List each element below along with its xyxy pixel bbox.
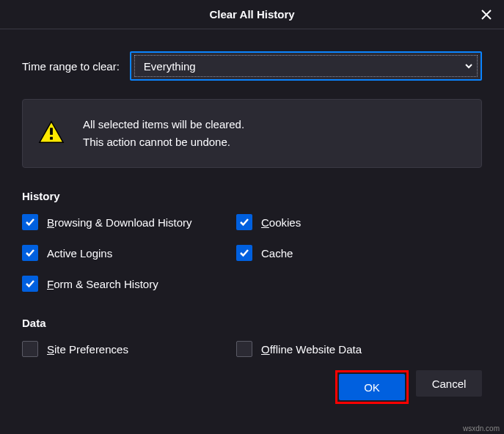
- ok-highlight: OK: [335, 370, 409, 404]
- label-form-search: Form & Search History: [47, 278, 158, 290]
- check-offline-data[interactable]: Offline Website Data: [236, 341, 482, 357]
- svg-rect-0: [50, 128, 53, 135]
- label-browsing: Browsing & Download History: [47, 216, 192, 229]
- close-icon: [481, 10, 492, 20]
- label-site-prefs: Site Preferences: [47, 343, 128, 356]
- chevron-down-icon: [464, 60, 473, 73]
- button-row: OK Cancel: [22, 370, 482, 404]
- dialog-content: Time range to clear: Everything All sele…: [0, 51, 504, 404]
- label-cache: Cache: [261, 247, 293, 260]
- dropdown-selected-value: Everything: [144, 60, 468, 73]
- svg-rect-1: [50, 136, 53, 139]
- label-cookies: Cookies: [261, 216, 301, 229]
- time-range-dropdown[interactable]: Everything: [130, 51, 482, 81]
- checkbox-offline-data[interactable]: [236, 341, 252, 357]
- check-active-logins[interactable]: Active Logins: [22, 245, 236, 261]
- data-checks: Site Preferences Offline Website Data: [22, 341, 482, 357]
- checkbox-site-prefs[interactable]: [22, 341, 38, 357]
- warning-line2: This action cannot be undone.: [83, 133, 244, 151]
- check-form-search[interactable]: Form & Search History: [22, 276, 236, 292]
- warning-text: All selected items will be cleared. This…: [83, 116, 244, 151]
- checkbox-cookies[interactable]: [236, 214, 252, 230]
- watermark: wsxdn.com: [463, 424, 500, 433]
- section-data-title: Data: [22, 317, 482, 329]
- checkbox-browsing[interactable]: [22, 214, 38, 230]
- checkbox-cache[interactable]: [236, 245, 252, 261]
- dropdown-focus-ring: Everything: [134, 55, 478, 77]
- check-cookies[interactable]: Cookies: [236, 214, 482, 230]
- check-site-prefs[interactable]: Site Preferences: [22, 341, 236, 357]
- close-button[interactable]: [478, 6, 495, 23]
- check-cache[interactable]: Cache: [236, 245, 482, 261]
- warning-icon: [37, 119, 65, 149]
- checkbox-form-search[interactable]: [22, 276, 38, 292]
- cancel-button[interactable]: Cancel: [416, 370, 482, 397]
- section-history-title: History: [22, 190, 482, 202]
- checkbox-active-logins[interactable]: [22, 245, 38, 261]
- dialog-title: Clear All History: [209, 8, 294, 21]
- warning-line1: All selected items will be cleared.: [83, 116, 244, 133]
- titlebar: Clear All History: [0, 0, 504, 29]
- label-active-logins: Active Logins: [47, 247, 112, 260]
- warning-panel: All selected items will be cleared. This…: [22, 99, 482, 168]
- ok-button[interactable]: OK: [339, 374, 405, 400]
- time-range-label: Time range to clear:: [22, 60, 120, 73]
- history-checks: Browsing & Download History Cookies Acti…: [22, 214, 482, 292]
- check-browsing[interactable]: Browsing & Download History: [22, 214, 236, 230]
- label-offline-data: Offline Website Data: [261, 343, 362, 356]
- time-range-row: Time range to clear: Everything: [22, 51, 482, 81]
